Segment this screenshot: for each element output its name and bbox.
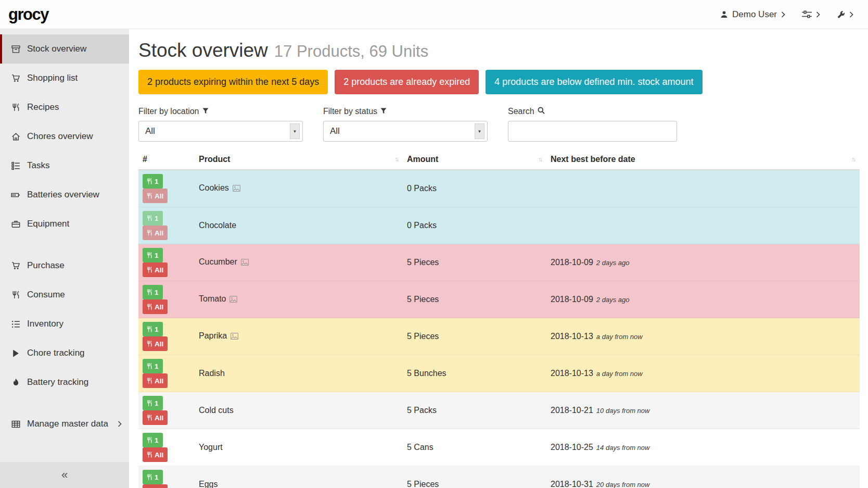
bbd-relative: a day from now: [596, 370, 643, 378]
cutlery-icon: [147, 378, 152, 384]
consume-one-button[interactable]: 1: [143, 322, 163, 336]
consume-one-button[interactable]: 1: [143, 285, 163, 299]
consume-one-label: 1: [155, 436, 159, 444]
sidebar-item-label: Manage master data: [27, 419, 108, 429]
grocy-logo[interactable]: grocy: [8, 5, 48, 24]
bbd-relative: a day from now: [596, 333, 643, 341]
status-filter-value: All: [330, 126, 340, 136]
chevron-down-icon: ▼: [290, 123, 300, 139]
product-name[interactable]: Chocolate: [199, 221, 236, 230]
consume-one-button[interactable]: 1: [143, 433, 163, 447]
consume-all-label: All: [155, 229, 163, 237]
consume-one-button[interactable]: 1: [143, 396, 163, 410]
sidebar-item-label: Shopping list: [27, 73, 78, 83]
consume-all-button[interactable]: All: [143, 336, 168, 351]
filter-status-label: Filter by status: [323, 107, 508, 116]
cart-icon: [10, 261, 21, 270]
table-row: 1 All Cold cuts 5 Packs 2018-10-2110 day…: [138, 392, 860, 429]
sidebar-item-chore-tracking[interactable]: Chore tracking: [0, 339, 129, 368]
below-min-stock-alert-button[interactable]: 4 products are below defined min. stock …: [486, 70, 702, 94]
product-name[interactable]: Cookies: [199, 183, 229, 192]
sort-icon[interactable]: ↑↓: [394, 156, 399, 163]
consume-one-button[interactable]: 1: [143, 470, 163, 484]
search-label: Search: [508, 107, 693, 116]
product-name[interactable]: Tomato: [199, 294, 226, 303]
play-icon: [10, 349, 21, 358]
product-name[interactable]: Cold cuts: [199, 406, 234, 415]
sort-icon[interactable]: ↑↓: [851, 156, 856, 163]
sidebar-item-equipment[interactable]: Equipment: [0, 209, 129, 239]
consume-one-button[interactable]: 1: [143, 174, 163, 189]
sidebar-item-batteries-overview[interactable]: Batteries overview: [0, 180, 129, 209]
sidebar-collapse-button[interactable]: «: [0, 462, 129, 488]
consume-all-button[interactable]: All: [143, 410, 168, 425]
consume-one-button[interactable]: 1: [143, 359, 163, 373]
expiring-products-alert-button[interactable]: 2 products expiring within the next 5 da…: [138, 70, 328, 94]
consume-all-button[interactable]: All: [143, 484, 168, 488]
sidebar-item-recipes[interactable]: Recipes: [0, 93, 129, 122]
page-title: Stock overview: [138, 40, 268, 61]
column-header-best-before-date[interactable]: Next best before date↑↓: [546, 150, 860, 170]
consume-all-button[interactable]: All: [143, 373, 168, 388]
consume-all-button[interactable]: All: [143, 262, 168, 277]
sidebar-item-battery-tracking[interactable]: Battery tracking: [0, 368, 129, 397]
product-name[interactable]: Eggs: [199, 480, 218, 488]
sidebar-item-tasks[interactable]: Tasks: [0, 151, 129, 180]
sort-icon[interactable]: ↑↓: [538, 156, 542, 163]
consume-one-label: 1: [155, 289, 159, 296]
cutlery-icon: [10, 291, 21, 299]
consume-all-label: All: [155, 192, 163, 200]
consume-one-button[interactable]: 1: [143, 211, 163, 226]
briefcase-icon: [10, 220, 21, 229]
sidebar-item-manage-master-data[interactable]: Manage master data: [0, 409, 129, 439]
settings-menu[interactable]: [802, 10, 820, 18]
sidebar-item-label: Recipes: [27, 102, 59, 112]
sidebar-item-purchase[interactable]: Purchase: [0, 251, 129, 280]
person-icon: [720, 10, 728, 18]
chevron-right-icon: [849, 11, 853, 18]
consume-one-button[interactable]: 1: [143, 248, 163, 262]
sidebar-item-label: Chore tracking: [27, 348, 85, 358]
main-content: Stock overview 17 Products, 69 Units 2 p…: [129, 29, 868, 488]
expired-products-alert-button[interactable]: 2 products are already expired: [335, 70, 479, 94]
location-filter-value: All: [145, 126, 155, 136]
product-name[interactable]: Radish: [199, 369, 225, 378]
amount-cell: 0 Packs: [403, 170, 546, 207]
sidebar-item-chores-overview[interactable]: Chores overview: [0, 122, 129, 151]
sidebar-item-stock-overview[interactable]: Stock overview: [0, 34, 129, 64]
table-row: 1 All Cookies 0 Packs: [138, 170, 860, 207]
status-filter-select[interactable]: All ▼: [323, 121, 488, 142]
product-name[interactable]: Yogurt: [199, 443, 223, 452]
sidebar-item-inventory[interactable]: Inventory: [0, 309, 129, 339]
product-name[interactable]: Paprika: [199, 331, 227, 340]
search-input[interactable]: [508, 121, 677, 142]
cutlery-icon: [147, 230, 152, 236]
admin-menu[interactable]: [837, 10, 853, 19]
column-header-product[interactable]: Product↑↓: [195, 150, 403, 170]
table-row: 1 All Radish 5 Bunches 2018-10-13a day f…: [138, 355, 860, 392]
consume-all-button[interactable]: All: [143, 447, 168, 462]
consume-all-button[interactable]: All: [143, 299, 168, 314]
chevron-down-icon: ▼: [475, 123, 484, 139]
bbd-date: 2018-10-09: [551, 258, 593, 267]
consume-one-label: 1: [155, 178, 159, 185]
consume-one-label: 1: [155, 326, 159, 333]
consume-all-button[interactable]: All: [143, 189, 168, 203]
consume-all-label: All: [155, 266, 163, 274]
cutlery-icon: [147, 326, 152, 332]
user-menu[interactable]: Demo User: [720, 9, 785, 20]
column-header-amount[interactable]: Amount↑↓: [403, 150, 546, 170]
bbd-relative: 2 days ago: [596, 259, 630, 267]
sidebar-item-shopping-list[interactable]: Shopping list: [0, 64, 129, 93]
consume-all-button[interactable]: All: [143, 226, 168, 240]
user-menu-label: Demo User: [732, 9, 777, 20]
sidebar-item-consume[interactable]: Consume: [0, 280, 129, 309]
location-filter-select[interactable]: All ▼: [138, 121, 303, 142]
search-icon: [538, 107, 545, 116]
sidebar-item-label: Inventory: [27, 319, 63, 329]
chevron-right-icon: [118, 421, 122, 427]
bbd-date: 2018-10-13: [551, 369, 593, 378]
product-name[interactable]: Cucumber: [199, 257, 237, 266]
sidebar-item-label: Consume: [27, 290, 65, 300]
cutlery-icon: [10, 103, 21, 112]
